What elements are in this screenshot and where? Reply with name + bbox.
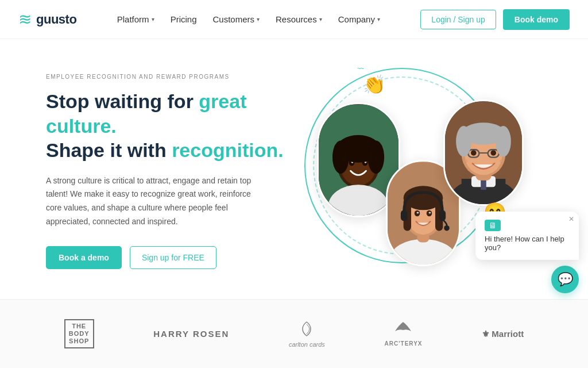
carlton-cards-label: carlton cards <box>289 341 325 348</box>
svg-point-47 <box>490 150 496 156</box>
logo[interactable]: ≋ guusto <box>18 10 76 29</box>
book-demo-nav-button[interactable]: Book demo <box>503 9 570 30</box>
marriott-label: ⚜ Marriott <box>482 329 524 339</box>
brand-body-shop: THEBODYSHOP <box>64 319 94 349</box>
svg-point-24 <box>417 212 419 214</box>
book-demo-hero-button[interactable]: Book a demo <box>46 246 122 269</box>
hero-title-accent2: recognition. <box>172 139 284 161</box>
chat-agent-icon: 🖥 <box>485 220 501 231</box>
svg-rect-18 <box>407 242 439 264</box>
svg-point-46 <box>471 150 477 156</box>
hero-title-part1: Stop waiting for <box>46 90 199 112</box>
hero-description: A strong culture is critical to attract,… <box>46 174 264 229</box>
nav-platform[interactable]: Platform ▾ <box>117 14 154 24</box>
signup-button[interactable]: Sign up for FREE <box>130 246 216 269</box>
svg-point-13 <box>332 140 349 174</box>
logo-icon: ≋ <box>18 10 32 29</box>
chat-open-button[interactable]: 💬 <box>551 266 579 293</box>
svg-point-50 <box>496 126 511 157</box>
arcteryx-icon <box>392 321 415 338</box>
hero-buttons: Book a demo Sign up for FREE <box>46 246 287 269</box>
nav-customers[interactable]: Customers ▾ <box>212 14 260 24</box>
svg-point-31 <box>444 225 450 231</box>
nav-resources[interactable]: Resources ▾ <box>276 14 322 24</box>
brand-name: guusto <box>36 12 76 27</box>
chevron-down-icon: ▾ <box>319 16 322 22</box>
brands-bar: THEBODYSHOP HARRY ROSEN carlton cards AR… <box>0 299 588 368</box>
hero-title-part2: Shape it with <box>46 139 172 161</box>
login-button[interactable]: Login / Sign up <box>420 10 496 29</box>
clap-emoji: 👏 <box>363 74 386 95</box>
chevron-down-icon: ▾ <box>257 16 260 22</box>
brand-arcteryx: ARC'TERYX <box>384 321 422 347</box>
svg-rect-29 <box>401 210 407 221</box>
svg-point-25 <box>429 212 431 214</box>
arcteryx-label: ARC'TERYX <box>384 340 422 347</box>
hero-left: EMPLOYEE RECOGNITION AND REWARD PROGRAMS… <box>46 62 287 269</box>
svg-point-49 <box>456 126 471 157</box>
chevron-down-icon: ▾ <box>377 16 380 22</box>
chat-greeting: Hi there! How can I help you? <box>485 235 564 252</box>
nav-actions: Login / Sign up Book demo <box>420 9 570 30</box>
navbar: ≋ guusto Platform ▾ Pricing Customers ▾ … <box>0 0 588 39</box>
decor-lines: ~ ~ <box>357 65 363 72</box>
brand-marriott: ⚜ Marriott <box>482 329 524 339</box>
chevron-down-icon: ▾ <box>152 16 154 22</box>
nav-pricing[interactable]: Pricing <box>171 14 197 24</box>
svg-rect-11 <box>349 190 368 216</box>
chat-widget: 🖥 ✕ Hi there! How can I help you? 💬 <box>475 212 579 293</box>
chat-bubble: 🖥 ✕ Hi there! How can I help you? <box>475 212 579 260</box>
hero-label: EMPLOYEE RECOGNITION AND REWARD PROGRAMS <box>46 74 287 80</box>
chat-close-button[interactable]: ✕ <box>568 215 574 223</box>
brand-harry-rosen: HARRY ROSEN <box>153 329 229 339</box>
brand-carlton-cards: carlton cards <box>289 320 325 348</box>
body-shop-label: THEBODYSHOP <box>64 319 94 349</box>
nav-links: Platform ▾ Pricing Customers ▾ Resources… <box>117 14 380 24</box>
carlton-cards-icon <box>298 320 315 338</box>
nav-company[interactable]: Company ▾ <box>338 14 380 24</box>
harry-rosen-label: HARRY ROSEN <box>153 329 229 339</box>
photo-card-right <box>443 99 524 206</box>
chat-icon: 💬 <box>558 272 573 287</box>
svg-point-14 <box>368 140 384 174</box>
hero-title: Stop waiting for great culture. Shape it… <box>46 89 287 163</box>
